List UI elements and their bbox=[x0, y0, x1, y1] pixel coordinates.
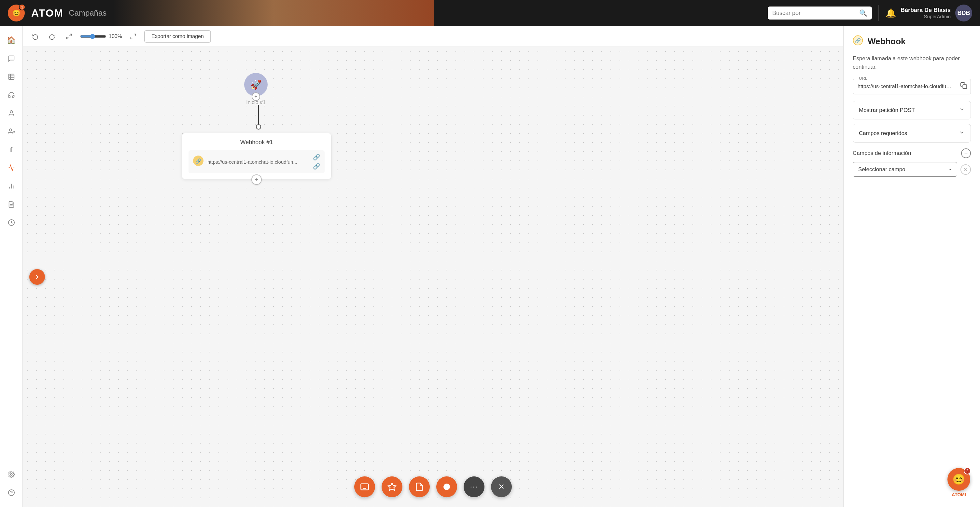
inicio-node[interactable]: 🚀 + Inicio #1 bbox=[244, 73, 267, 105]
required-chevron-icon bbox=[959, 130, 965, 137]
copy-url-button[interactable] bbox=[960, 82, 967, 91]
webhook-node-links: 🔗 🔗 bbox=[313, 154, 320, 170]
inicio-add-button[interactable]: + bbox=[252, 92, 260, 101]
user-avatar[interactable]: BDB bbox=[955, 5, 972, 21]
username: Bárbara De Blasis bbox=[900, 7, 951, 14]
canvas-toolbar: 100% Exportar como imagen bbox=[23, 26, 980, 47]
expand-button[interactable] bbox=[127, 30, 139, 42]
search-box[interactable]: 🔍 bbox=[768, 6, 872, 19]
info-fields-label: Campos de información bbox=[853, 150, 911, 157]
field-select-row: Seleccionar campo bbox=[853, 162, 971, 177]
logo: ATOM Campañas bbox=[31, 7, 107, 19]
panel-webhook-icon: 🔗 bbox=[853, 35, 863, 48]
topnav: 😊 1 ATOM Campañas 🔍 🔔 Bárbara De Blasis … bbox=[0, 0, 980, 26]
export-button[interactable]: Exportar como imagen bbox=[144, 30, 211, 43]
sidebar: 🏠 f bbox=[0, 26, 23, 507]
sidebar-bottom bbox=[3, 467, 19, 501]
post-chevron-icon bbox=[959, 106, 965, 114]
post-accordion-label: Mostrar petición POST bbox=[859, 107, 915, 114]
svg-point-17 bbox=[444, 483, 450, 490]
user-role: SuperAdmin bbox=[900, 14, 951, 19]
more-button[interactable]: ··· bbox=[464, 477, 484, 497]
circle-button[interactable] bbox=[436, 477, 457, 497]
remove-field-button[interactable] bbox=[961, 164, 971, 175]
keyboard-button[interactable] bbox=[354, 477, 375, 497]
atomi-avatar-wrapper: 😊 2 bbox=[947, 468, 970, 491]
page-title: Campañas bbox=[69, 8, 107, 17]
panel-description: Espera llamada a este webhook para poder… bbox=[853, 54, 971, 71]
svg-line-13 bbox=[67, 37, 69, 39]
link-icon-1[interactable]: 🔗 bbox=[313, 154, 320, 161]
post-accordion-header[interactable]: Mostrar petición POST bbox=[853, 101, 970, 119]
svg-rect-0 bbox=[8, 74, 14, 80]
sidebar-item-person-off[interactable] bbox=[3, 124, 19, 139]
close-button[interactable]: ✕ bbox=[491, 477, 512, 497]
webhook-node[interactable]: Webhook #1 🔗 https://us-central1-atomcha… bbox=[182, 133, 331, 179]
sidebar-expand-button[interactable] bbox=[29, 269, 45, 285]
sidebar-item-facebook[interactable]: f bbox=[3, 142, 19, 157]
avatar-badge: 1 bbox=[19, 4, 25, 10]
user-info: 🔔 Bárbara De Blasis SuperAdmin BDB bbox=[886, 5, 972, 21]
user-details: Bárbara De Blasis SuperAdmin bbox=[900, 7, 951, 19]
magic-button[interactable] bbox=[382, 477, 402, 497]
sidebar-item-person[interactable] bbox=[3, 105, 19, 121]
search-icon[interactable]: 🔍 bbox=[859, 9, 867, 17]
webhook-add-button[interactable]: + bbox=[251, 175, 262, 185]
inicio-circle[interactable]: 🚀 + bbox=[244, 73, 267, 96]
sidebar-item-headset[interactable] bbox=[3, 87, 19, 103]
svg-text:🔗: 🔗 bbox=[855, 38, 861, 44]
add-field-button[interactable]: + bbox=[961, 148, 971, 158]
required-accordion-header[interactable]: Campos requeridos bbox=[853, 124, 970, 142]
atomi-chat-bubble[interactable]: 😊 2 ATOMI bbox=[947, 468, 970, 497]
rocket-icon: 🚀 bbox=[250, 79, 262, 90]
flow-canvas[interactable]: 🚀 + Inicio #1 Webhook #1 🔗 https://us-ce… bbox=[23, 47, 843, 507]
field-select[interactable]: Seleccionar campo bbox=[853, 162, 957, 177]
webhook-node-url: https://us-central1-atomchat-io.cloudfun… bbox=[207, 159, 309, 165]
webhook-node-body: 🔗 https://us-central1-atomchat-io.cloudf… bbox=[189, 150, 325, 173]
required-accordion[interactable]: Campos requeridos bbox=[853, 124, 971, 143]
sidebar-item-settings[interactable] bbox=[3, 467, 19, 482]
svg-line-12 bbox=[70, 34, 72, 36]
document-button[interactable] bbox=[409, 477, 430, 497]
panel-title: Webhook bbox=[868, 37, 906, 46]
notifications-bell[interactable]: 🔔 bbox=[886, 8, 896, 18]
svg-point-9 bbox=[10, 474, 13, 475]
svg-rect-20 bbox=[963, 84, 967, 89]
info-fields-section: Campos de información + bbox=[853, 148, 971, 158]
atomi-label: ATOMI bbox=[952, 492, 966, 497]
svg-point-2 bbox=[9, 129, 11, 131]
sidebar-item-table[interactable] bbox=[3, 69, 19, 84]
fullscreen-button[interactable] bbox=[63, 30, 75, 42]
sidebar-item-chat[interactable] bbox=[3, 51, 19, 67]
svg-point-1 bbox=[10, 111, 13, 113]
required-accordion-label: Campos requeridos bbox=[859, 130, 907, 137]
post-accordion[interactable]: Mostrar petición POST bbox=[853, 101, 971, 119]
sidebar-item-campaigns[interactable] bbox=[3, 160, 19, 176]
connector-line bbox=[258, 105, 259, 124]
sidebar-item-messages[interactable] bbox=[3, 197, 19, 212]
logo-text: ATOM bbox=[31, 7, 64, 19]
connector-dot bbox=[256, 124, 261, 130]
sidebar-item-analytics[interactable] bbox=[3, 178, 19, 194]
webhook-node-icon: 🔗 bbox=[193, 156, 204, 168]
flow-container: 🚀 + Inicio #1 Webhook #1 🔗 https://us-ce… bbox=[23, 47, 843, 507]
svg-text:🔗: 🔗 bbox=[195, 158, 201, 164]
webhook-node-title: Webhook #1 bbox=[189, 139, 325, 146]
zoom-slider[interactable] bbox=[80, 34, 106, 39]
redo-button[interactable] bbox=[46, 30, 58, 42]
avatar-icon: 😊 bbox=[13, 9, 21, 17]
undo-button[interactable] bbox=[29, 30, 41, 42]
atomi-badge: 2 bbox=[964, 467, 971, 474]
sidebar-item-clock[interactable] bbox=[3, 215, 19, 230]
sidebar-item-home[interactable]: 🏠 bbox=[3, 33, 19, 48]
bottom-toolbar: ··· ✕ bbox=[354, 477, 512, 497]
url-field: URL https://us-central1-atomchat-io.clou… bbox=[853, 79, 971, 94]
search-input[interactable] bbox=[772, 10, 856, 17]
link-icon-2[interactable]: 🔗 bbox=[313, 163, 320, 170]
right-panel: 🔗 Webhook Espera llamada a este webhook … bbox=[843, 26, 980, 507]
panel-header: 🔗 Webhook bbox=[853, 35, 971, 48]
sidebar-item-help[interactable] bbox=[3, 485, 19, 501]
node-connector bbox=[256, 105, 261, 130]
zoom-label: 100% bbox=[109, 33, 122, 40]
user-avatar-small[interactable]: 😊 1 bbox=[8, 5, 25, 21]
